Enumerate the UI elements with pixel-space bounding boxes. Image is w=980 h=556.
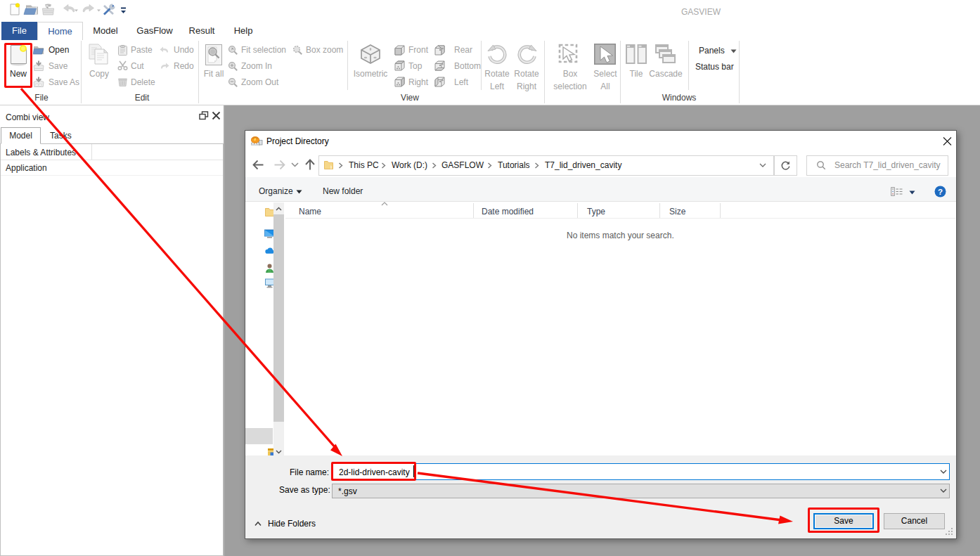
svg-text:?: ? xyxy=(938,188,943,196)
